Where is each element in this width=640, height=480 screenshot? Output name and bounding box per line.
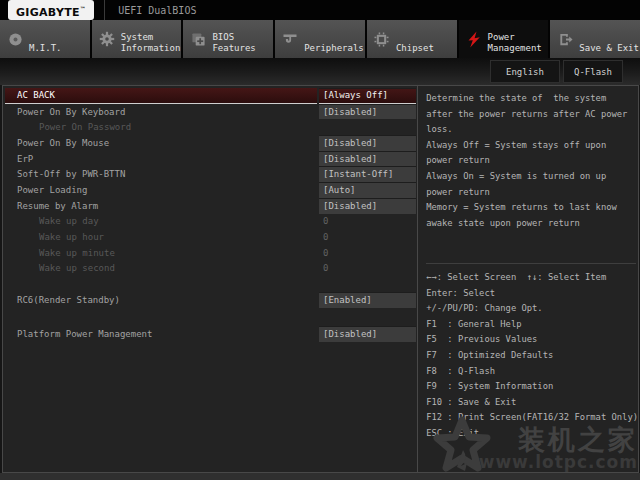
system-information-icon — [97, 28, 117, 50]
setting-label-area: Wake up minute — [5, 245, 317, 261]
setting-label-area: RC6(Render Standby) — [5, 292, 317, 308]
help-line: power return — [426, 153, 636, 169]
q-flash-button[interactable]: Q-Flash — [563, 60, 623, 83]
setting-row-power-on-password: Power On Password — [3, 119, 417, 135]
setting-row-rc6-render-standby[interactable]: RC6(Render Standby)[Enabled] — [3, 292, 417, 308]
shortcut-line: +/-/PU/PD: Change Opt. — [426, 301, 638, 317]
setting-label: Power On Password — [5, 122, 131, 132]
setting-label: Resume by Alarm — [5, 201, 98, 211]
setting-value-box: 0 — [319, 229, 416, 245]
setting-label-area: Power On By Keyboard — [5, 104, 317, 120]
setting-row-wake-up-hour: Wake up hour0 — [3, 229, 417, 245]
tab-label: BIOS Features — [212, 32, 255, 54]
setting-value-box: 0 — [319, 214, 416, 230]
setting-row-soft-off-by-pwr-bttn[interactable]: Soft-Off by PWR-BTTN[Instant-Off] — [3, 166, 417, 182]
setting-value: [Enabled] — [319, 295, 372, 305]
setting-row-power-on-by-keyboard[interactable]: Power On By Keyboard[Disabled] — [3, 104, 417, 120]
shortcut-line: F8 : Q-Flash — [426, 364, 638, 380]
english-button[interactable]: English — [490, 60, 560, 83]
help-text: Determine the state of the systemafter t… — [426, 91, 636, 264]
setting-label-area: ErP — [5, 151, 317, 167]
divider — [104, 0, 105, 20]
setting-row-platform-power-management[interactable]: Platform Power Management[Disabled] — [3, 326, 417, 342]
help-line: after the power returns after AC power — [426, 107, 636, 123]
setting-value-box: [Disabled] — [319, 198, 416, 214]
shortcut-line: F10 : Save & Exit — [426, 395, 638, 411]
shortcut-legend: ←→: Select Screen ↑↓: Select ItemEnter: … — [426, 264, 638, 442]
spacer — [3, 276, 417, 292]
setting-label-area: Wake up second — [5, 261, 317, 277]
tab-save-exit[interactable]: Save & Exit — [550, 20, 640, 58]
setting-value-box: [Disabled] — [319, 326, 416, 342]
setting-row-resume-by-alarm[interactable]: Resume by Alarm[Disabled] — [3, 198, 417, 214]
setting-value: [Disabled] — [319, 138, 377, 148]
help-line: loss. — [426, 122, 636, 138]
help-line: Memory = System returns to last know — [426, 200, 636, 216]
main-panel: AC BACK[Always Off]Power On By Keyboard[… — [2, 85, 639, 473]
setting-value: [Always Off] — [319, 90, 388, 100]
setting-value: [Auto] — [319, 185, 356, 195]
setting-label: Power On By Keyboard — [5, 107, 125, 117]
setting-value-box: [Disabled] — [319, 135, 416, 151]
shortcut-line: Enter: Select — [426, 286, 638, 302]
shortcut-line: F12 : Print Screen(FAT16/32 Format Only) — [426, 410, 638, 426]
setting-label: Wake up day — [5, 216, 99, 226]
tab-bar: M.I.T.System InformationBIOS FeaturesPer… — [0, 20, 640, 58]
setting-value: [Disabled] — [319, 329, 377, 339]
mit-icon — [5, 28, 25, 50]
help-line: Always Off = System stays off upon — [426, 138, 636, 154]
setting-value: 0 — [319, 263, 328, 273]
tab-peripherals[interactable]: Peripherals — [275, 20, 365, 58]
firmware-title: UEFI DualBIOS — [118, 5, 196, 16]
setting-value: [Disabled] — [319, 154, 377, 164]
tab-label: Chipset — [396, 43, 434, 54]
shortcut-line: F7 : Optimized Defaults — [426, 348, 638, 364]
setting-value: 0 — [319, 248, 328, 258]
help-line: Always On = System is turned on up — [426, 169, 636, 185]
sub-toolbar: English Q-Flash — [0, 58, 640, 85]
tab-power-management[interactable]: Power Management — [459, 20, 549, 58]
spacer — [3, 308, 417, 326]
setting-label-area: Power Loading — [5, 182, 317, 198]
setting-label: Power Loading — [5, 185, 87, 195]
setting-value: [Instant-Off] — [319, 169, 393, 179]
setting-value: [Disabled] — [319, 201, 377, 211]
setting-row-power-loading[interactable]: Power Loading[Auto] — [3, 182, 417, 198]
setting-label-area: Soft-Off by PWR-BTTN — [5, 166, 317, 182]
setting-value-box: [Enabled] — [319, 292, 416, 308]
setting-row-erp[interactable]: ErP[Disabled] — [3, 151, 417, 167]
setting-label: Platform Power Management — [5, 329, 152, 339]
shortcut-line: ESC : Exit — [426, 426, 638, 442]
tab-system-information[interactable]: System Information — [92, 20, 182, 58]
setting-label-area: Wake up day — [5, 214, 317, 230]
setting-label: Power On By Mouse — [5, 138, 109, 148]
setting-label: RC6(Render Standby) — [5, 295, 120, 305]
footer-strip — [0, 473, 640, 480]
setting-label: Wake up minute — [5, 248, 115, 258]
help-line: power return — [426, 185, 636, 201]
peripherals-icon — [280, 28, 300, 50]
setting-row-wake-up-minute: Wake up minute0 — [3, 245, 417, 261]
setting-value-box: [Disabled] — [319, 104, 416, 120]
power-management-icon — [464, 28, 484, 50]
setting-row-ac-back[interactable]: AC BACK[Always Off] — [3, 88, 417, 104]
tab-label: Save & Exit — [579, 43, 639, 54]
tab-chipset[interactable]: Chipset — [367, 20, 457, 58]
setting-value-box: [Always Off] — [319, 88, 416, 104]
setting-label-area: AC BACK — [5, 88, 317, 104]
setting-row-power-on-by-mouse[interactable]: Power On By Mouse[Disabled] — [3, 135, 417, 151]
save-exit-icon — [555, 28, 575, 50]
setting-value-box: 0 — [319, 261, 416, 277]
setting-label-area: Wake up hour — [5, 229, 317, 245]
brand-bar: GIGABYTE™ UEFI DualBIOS — [0, 0, 640, 20]
tab-label: Peripherals — [304, 43, 364, 54]
setting-label: Wake up second — [5, 263, 115, 273]
setting-value: [Disabled] — [319, 107, 377, 117]
tab-m-i-t[interactable]: M.I.T. — [0, 20, 90, 58]
shortcut-line: F1 : General Help — [426, 317, 638, 333]
setting-value-box: [Auto] — [319, 182, 416, 198]
tab-bios-features[interactable]: BIOS Features — [183, 20, 273, 58]
shortcut-line: F9 : System Information — [426, 379, 638, 395]
setting-value: 0 — [319, 216, 328, 226]
setting-label: Wake up hour — [5, 232, 104, 242]
